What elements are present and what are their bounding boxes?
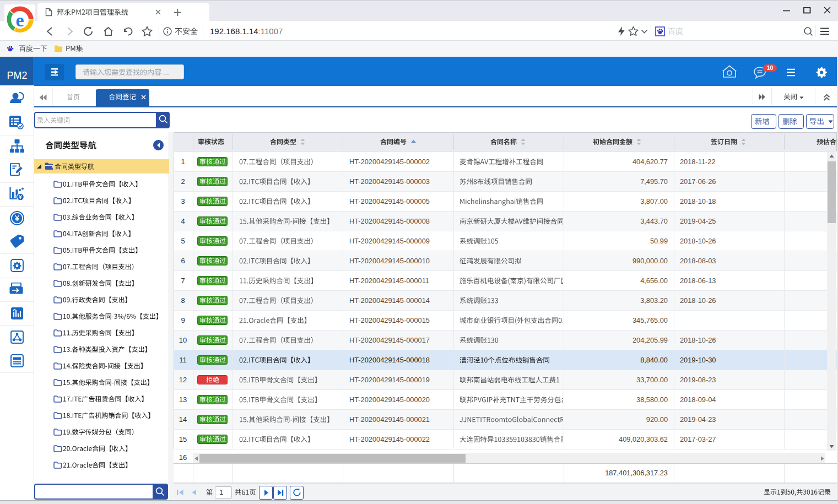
svg-text:e: e	[15, 10, 24, 30]
